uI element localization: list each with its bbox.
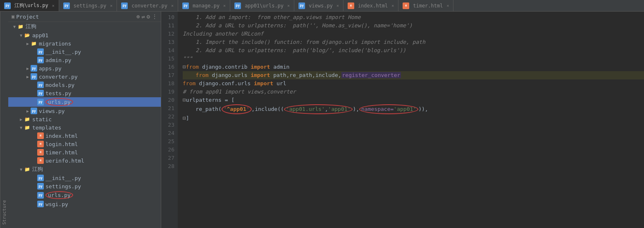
tree-label: timer.html — [45, 149, 78, 156]
tree-label: settings.py — [45, 183, 81, 190]
tab-converter-py[interactable]: py converter.py ✕ — [117, 0, 178, 11]
tree-item-settings-py-sub[interactable]: py settings.py — [8, 182, 161, 190]
project-header: ▣ Project ⊕ ⇌ ⚙ ⋮ — [8, 12, 161, 22]
structure-tab[interactable]: Structure — [0, 12, 8, 228]
structure-label: Structure — [2, 200, 7, 225]
code-line-18: from django.conf.urls import url — [183, 79, 644, 88]
code-editor[interactable]: 10 11 12 13 14 15 16 17 18 19 20 21 22 2… — [161, 12, 644, 228]
code-line-14: 2. Add a URL to urlpatterns: path('blog/… — [183, 46, 644, 55]
tree-label: apps.py — [39, 65, 62, 72]
tree-item-admin-py[interactable]: py admin.py — [8, 56, 161, 64]
tab-views-py[interactable]: py views.py ✕ — [294, 0, 343, 11]
tree-item-migrations[interactable]: ▶ 📁 migrations — [8, 39, 161, 48]
expand-arrow: ▶ — [25, 41, 31, 46]
tree-item-urls-py-sub[interactable]: py urls.py — [8, 190, 161, 200]
tab-close-icon[interactable]: ✕ — [110, 3, 112, 8]
tree-label: migrations — [39, 41, 71, 47]
html-icon: H — [37, 149, 44, 156]
tab-label: app01\urls.py — [245, 3, 284, 9]
expand-arrow: ▶ — [25, 66, 31, 71]
tree-label: urls.py — [45, 191, 73, 199]
code-line-16: ⊟from django.contrib import admin — [183, 63, 644, 71]
tree-label: models.py — [45, 82, 74, 88]
tab-bar: py 江狗\urls.py ✕ py settings.py ✕ py conv… — [0, 0, 644, 12]
py-icon: py — [31, 73, 37, 80]
py-icon: py — [4, 2, 11, 9]
tab-manage-py[interactable]: py manage.py ✕ — [178, 0, 230, 11]
project-title: Project — [16, 14, 134, 20]
py-icon: py — [182, 2, 189, 9]
expand-arrow: ▼ — [12, 24, 17, 29]
tab-index-html[interactable]: H index.html ✕ — [343, 0, 398, 11]
tree-item-app01[interactable]: ▼ 📂 app01 — [8, 31, 161, 39]
tab-close-icon[interactable]: ✕ — [446, 3, 449, 8]
tree-item-login-html[interactable]: H login.html — [8, 140, 161, 148]
tab-label: views.py — [309, 3, 333, 9]
folder-icon: 📁 — [17, 23, 24, 30]
tab-app01-urls-py[interactable]: py app01\urls.py ✕ — [230, 0, 294, 11]
py-icon: py — [37, 192, 44, 199]
tree-label: admin.py — [45, 57, 72, 63]
tree-item-index-html[interactable]: H index.html — [8, 132, 161, 140]
tab-close-icon[interactable]: ✕ — [171, 3, 174, 8]
tab-urls-py-jiagou[interactable]: py 江狗\urls.py ✕ — [0, 0, 59, 11]
tab-label: settings.py — [74, 3, 106, 9]
tree-item-templates[interactable]: ▼ 📁 templates — [8, 123, 161, 132]
more-icon[interactable]: ⋮ — [152, 13, 157, 20]
tree-item-urls-py-selected[interactable]: py urls.py — [8, 97, 161, 107]
sync-icon[interactable]: ⇌ — [141, 13, 145, 20]
folder-icon: 📁 — [24, 124, 31, 131]
add-icon[interactable]: ⊕ — [136, 13, 140, 20]
tab-close-icon[interactable]: ✕ — [336, 3, 339, 8]
tree-label: tests.py — [45, 90, 72, 96]
tab-settings-py[interactable]: py settings.py ✕ — [59, 0, 117, 11]
file-tree-sidebar: ▣ Project ⊕ ⇌ ⚙ ⋮ ▼ 📁 江狗 ▼ 📂 app01 — [8, 12, 161, 228]
sidebar-outer: Structure ▣ Project ⊕ ⇌ ⚙ ⋮ ▼ 📁 江狗 — [0, 12, 161, 228]
tree-item-init-py-sub[interactable]: py __init__.py — [8, 174, 161, 182]
py-icon: py — [37, 175, 44, 181]
line-numbers: 10 11 12 13 14 15 16 17 18 19 20 21 22 2… — [161, 12, 178, 228]
tree-item-converter-py[interactable]: ▶ py converter.py — [8, 72, 161, 81]
code-line-11: 2. Add a URL to urlpatterns: path('', Ho… — [183, 22, 644, 30]
expand-arrow: ▼ — [18, 33, 24, 38]
tree-item-static[interactable]: ▶ 📁 static — [8, 115, 161, 123]
py-icon: py — [298, 2, 305, 9]
project-icon: ▣ — [12, 14, 14, 19]
tree-item-apps-py[interactable]: ▶ py apps.py — [8, 64, 161, 72]
main-content: Structure ▣ Project ⊕ ⇌ ⚙ ⋮ ▼ 📁 江狗 — [0, 12, 644, 228]
folder-icon: 📁 — [24, 166, 31, 173]
tree-label: templates — [32, 125, 61, 131]
py-icon: py — [121, 2, 128, 9]
tree-item-jiagou-sub[interactable]: ▼ 📁 江狗 — [8, 165, 161, 174]
code-line-12: Including another URLconf — [183, 30, 644, 38]
tree-item-timer-html[interactable]: H timer.html — [8, 148, 161, 156]
tree-item-jiagou-root[interactable]: ▼ 📁 江狗 — [8, 22, 161, 31]
tab-close-icon[interactable]: ✕ — [223, 3, 226, 8]
tree-item-models-py[interactable]: py models.py — [8, 81, 161, 89]
tree-label: 江狗 — [26, 23, 36, 30]
tab-timer-html[interactable]: H timer.html ✕ — [398, 0, 453, 11]
py-icon: py — [31, 108, 37, 114]
folder-icon: 📂 — [24, 32, 31, 38]
expand-arrow: ▼ — [18, 125, 24, 130]
tab-label: timer.html — [413, 3, 443, 9]
tree-item-views-py[interactable]: ▶ py views.py — [8, 107, 161, 115]
code-content[interactable]: 1. Add an import: from other_app.views i… — [178, 12, 644, 228]
tab-close-icon[interactable]: ✕ — [52, 3, 55, 8]
code-line-21: ⊟urlpatterns = [ — [183, 96, 644, 104]
tree-label: login.html — [45, 141, 78, 147]
tree-label: index.html — [45, 133, 78, 139]
tree-item-uerinfo-html[interactable]: H uerinfo.html — [8, 156, 161, 165]
code-line-10: 1. Add an import: from other_app.views i… — [183, 13, 644, 22]
tree-item-wsgi-py[interactable]: py wsgi.py — [8, 200, 161, 208]
tab-close-icon[interactable]: ✕ — [287, 3, 290, 8]
settings-icon[interactable]: ⚙ — [147, 13, 150, 20]
py-icon: py — [37, 82, 44, 88]
expand-arrow: ▶ — [25, 109, 31, 113]
header-icons: ⊕ ⇌ ⚙ ⋮ — [136, 13, 157, 20]
tree-label: converter.py — [39, 74, 78, 80]
code-line-17: from django.urls import path,re_path,inc… — [183, 71, 644, 79]
tree-item-init-py[interactable]: py __init__.py — [8, 48, 161, 56]
tab-close-icon[interactable]: ✕ — [391, 3, 394, 8]
tree-item-tests-py[interactable]: py tests.py — [8, 89, 161, 97]
